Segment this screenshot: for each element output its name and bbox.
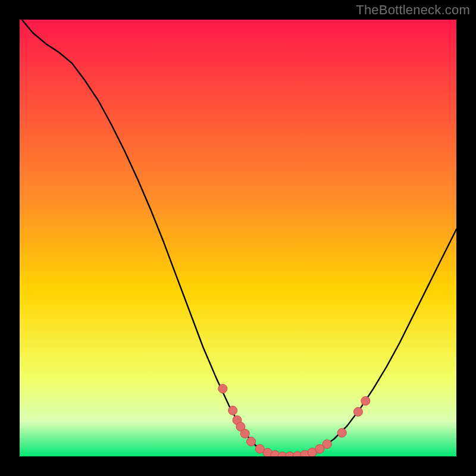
chart-frame: TheBottleneck.com — [0, 0, 476, 476]
data-dot — [240, 429, 249, 438]
data-dot — [255, 444, 264, 453]
data-dot — [228, 406, 237, 415]
bottleneck-chart — [20, 20, 456, 456]
data-dot — [337, 428, 346, 437]
gradient-background — [20, 20, 456, 456]
data-dot — [361, 396, 370, 405]
data-dot — [322, 440, 331, 449]
watermark-text: TheBottleneck.com — [356, 2, 470, 18]
data-dot — [247, 437, 256, 446]
data-dot — [353, 408, 362, 416]
plot-area — [20, 20, 456, 456]
data-dot — [218, 384, 227, 393]
